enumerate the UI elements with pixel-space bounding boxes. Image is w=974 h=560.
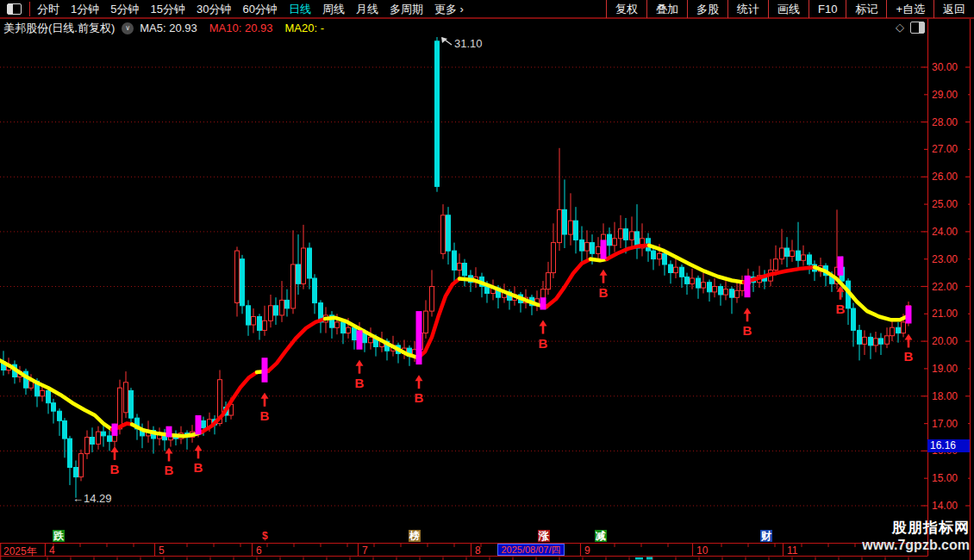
stock-title: 美邦股份(日线.前复权) bbox=[3, 21, 115, 36]
price-axis-label: 20.00 bbox=[932, 335, 958, 347]
diamond-icon[interactable]: ◇ bbox=[896, 21, 904, 34]
toolbar-right-buttons: 复权叠加多股统计画线F10标记+自选返回 bbox=[606, 0, 974, 18]
period-tab-3[interactable]: 15分钟 bbox=[150, 2, 184, 17]
toolbar-button-2[interactable]: 多股 bbox=[687, 0, 727, 18]
svg-text:B: B bbox=[194, 460, 203, 475]
selected-date-badge: 2025/08/07/四 bbox=[497, 544, 565, 556]
char-mark: 跌 bbox=[53, 530, 65, 542]
period-tab-4[interactable]: 30分钟 bbox=[197, 2, 231, 17]
toolbar-button-5[interactable]: F10 bbox=[809, 0, 846, 18]
period-tab-10[interactable]: 更多 › bbox=[434, 2, 464, 17]
svg-text:B: B bbox=[165, 463, 174, 477]
svg-text:B: B bbox=[599, 285, 609, 300]
svg-text:B: B bbox=[539, 336, 548, 351]
watermark-site-name: 股朋指标网 bbox=[862, 518, 970, 538]
price-axis-label: 30.00 bbox=[932, 61, 958, 73]
period-tab-6[interactable]: 日线 bbox=[289, 2, 311, 17]
price-axis-label: 25.00 bbox=[932, 198, 958, 210]
period-tab-9[interactable]: 多周期 bbox=[390, 2, 423, 17]
price-axis-label: 23.00 bbox=[932, 253, 958, 265]
price-axis-label: 26.00 bbox=[932, 171, 958, 183]
price-axis-label: 21.00 bbox=[932, 308, 958, 320]
price-axis-label: 27.00 bbox=[932, 143, 958, 155]
month-label: 6 bbox=[256, 544, 262, 557]
price-axis-label: 19.00 bbox=[932, 363, 958, 375]
price-axis-label: 18.00 bbox=[932, 390, 958, 402]
ma-value-1: MA10: 20.93 bbox=[209, 22, 273, 34]
app-window: BBBBBBBBBBB←14.2931.10 分时1分钟5分钟15分钟30分钟6… bbox=[0, 0, 974, 560]
month-label: 5 bbox=[159, 544, 165, 557]
ma-values: MA5: 20.93MA10: 20.93MA20: - bbox=[140, 22, 336, 34]
toolbar-button-4[interactable]: 画线 bbox=[768, 0, 809, 18]
toolbar-button-7[interactable]: +自选 bbox=[886, 0, 933, 18]
month-label: 9 bbox=[584, 544, 590, 557]
period-tab-8[interactable]: 月线 bbox=[356, 2, 378, 17]
toolbar-button-8[interactable]: 返回 bbox=[933, 0, 974, 18]
month-label: 4 bbox=[49, 544, 55, 557]
price-axis-label: 29.00 bbox=[932, 89, 958, 101]
watermark: 股朋指标网 www.7gpzb.com bbox=[862, 518, 970, 553]
svg-text:B: B bbox=[836, 302, 846, 316]
toolbar-button-1[interactable]: 叠加 bbox=[646, 0, 687, 18]
char-mark: 财 bbox=[760, 530, 772, 542]
svg-text:31.10: 31.10 bbox=[454, 37, 483, 50]
layout-panel-right-icon[interactable] bbox=[910, 22, 925, 34]
svg-text:B: B bbox=[110, 462, 120, 476]
svg-text:B: B bbox=[743, 323, 752, 338]
toolbar-button-6[interactable]: 标记 bbox=[846, 0, 886, 18]
svg-text:B: B bbox=[904, 349, 914, 364]
price-axis-label: 24.00 bbox=[932, 226, 958, 238]
price-axis-label: 15.00 bbox=[932, 472, 958, 484]
char-mark: $ bbox=[261, 530, 269, 542]
char-mark: 减 bbox=[595, 530, 607, 542]
toolbar-button-3[interactable]: 统计 bbox=[727, 0, 768, 18]
month-label: 11 bbox=[787, 544, 797, 557]
price-axis-label: 22.00 bbox=[932, 281, 958, 293]
price-axis-label: 28.00 bbox=[932, 116, 958, 128]
ma-value-2: MA20: - bbox=[285, 22, 325, 34]
current-price-badge: 16.16 bbox=[927, 439, 970, 452]
watermark-site-url: www.7gpzb.com bbox=[862, 538, 970, 553]
period-tabs: 分时1分钟5分钟15分钟30分钟60分钟日线周线月线多周期更多 › bbox=[37, 2, 475, 17]
char-mark: 榜 bbox=[409, 530, 421, 542]
period-tab-1[interactable]: 1分钟 bbox=[71, 2, 99, 17]
year-label: 2025年 bbox=[3, 544, 37, 559]
char-mark: 涨 bbox=[538, 530, 550, 542]
svg-text:←14.29: ←14.29 bbox=[72, 492, 112, 505]
period-tab-2[interactable]: 5分钟 bbox=[110, 2, 139, 17]
kline-chart[interactable]: BBBBBBBBBBB←14.2931.10 bbox=[0, 0, 974, 560]
svg-text:B: B bbox=[415, 390, 424, 405]
svg-text:B: B bbox=[355, 376, 365, 390]
period-tab-7[interactable]: 周线 bbox=[322, 2, 345, 17]
toolbar-divider bbox=[29, 2, 30, 16]
svg-text:B: B bbox=[260, 408, 270, 423]
ma-value-0: MA5: 20.93 bbox=[140, 22, 197, 34]
period-tab-0[interactable]: 分时 bbox=[37, 2, 59, 17]
price-axis-label: 14.00 bbox=[932, 500, 958, 512]
month-label: 7 bbox=[362, 544, 368, 557]
info-bar: 美邦股份(日线.前复权) ∨ MA5: 20.93MA10: 20.93MA20… bbox=[0, 19, 926, 37]
month-label: 8 bbox=[475, 544, 481, 557]
price-axis-label: 17.00 bbox=[932, 418, 958, 430]
chevron-down-icon[interactable]: ∨ bbox=[122, 22, 134, 34]
month-label: 10 bbox=[696, 544, 708, 557]
period-tab-5[interactable]: 60分钟 bbox=[242, 2, 277, 17]
toolbar-button-0[interactable]: 复权 bbox=[606, 0, 646, 18]
layout-panel-icon[interactable] bbox=[7, 3, 22, 15]
